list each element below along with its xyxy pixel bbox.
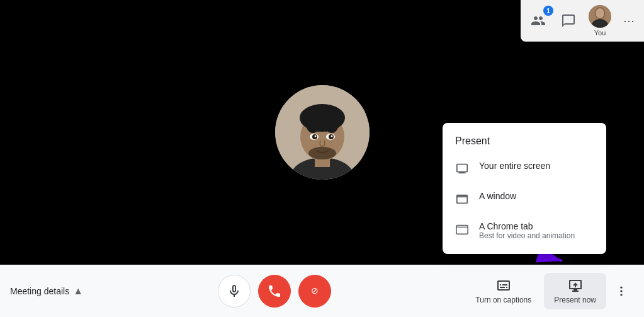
right-controls: Turn on captions Present now (465, 273, 634, 309)
svg-point-25 (620, 286, 622, 288)
end-call-button[interactable] (258, 275, 291, 308)
present-label: Present now (554, 296, 596, 304)
svg-point-27 (620, 294, 622, 296)
bottom-bar: Meeting details ▲ (0, 265, 644, 317)
meeting-details-chevron: ▲ (73, 285, 83, 297)
meeting-details-label: Meeting details (10, 286, 69, 296)
present-window-option[interactable]: A window (443, 185, 606, 215)
captions-button[interactable]: Turn on captions (465, 273, 541, 309)
svg-point-26 (620, 290, 622, 292)
captions-label: Turn on captions (475, 296, 531, 304)
svg-point-8 (305, 105, 340, 123)
entire-screen-text: Your entire screen (479, 161, 550, 171)
camera-button[interactable]: ⊘ (298, 275, 331, 308)
present-now-button[interactable]: Present now (544, 273, 606, 309)
you-label: You (594, 29, 606, 37)
microphone-button[interactable] (218, 275, 251, 308)
screen-icon (455, 162, 469, 178)
chrome-tab-label: A Chrome tab (479, 221, 575, 231)
present-popup: Present Your entire screen A window (443, 123, 606, 254)
svg-point-15 (308, 147, 336, 159)
chrome-tab-sublabel: Best for video and animation (479, 231, 575, 240)
window-icon (455, 192, 469, 209)
controls-center: ⊘ (83, 275, 465, 308)
chrome-tab-icon (455, 222, 469, 239)
you-avatar (589, 5, 611, 28)
participant-count-badge: 1 (543, 6, 553, 16)
chrome-tab-text: A Chrome tab Best for video and animatio… (479, 221, 575, 240)
you-section: You (586, 3, 614, 39)
svg-point-19 (596, 8, 604, 18)
window-label: A window (479, 191, 516, 201)
svg-point-13 (314, 135, 316, 137)
present-entire-screen-option[interactable]: Your entire screen (443, 154, 606, 185)
svg-text:⊘: ⊘ (311, 285, 319, 296)
meeting-details[interactable]: Meeting details ▲ (10, 285, 83, 297)
top-bar: 1 You ⋯ (521, 0, 644, 42)
present-popup-title: Present (443, 135, 606, 154)
svg-point-14 (330, 135, 332, 137)
svg-rect-20 (456, 197, 468, 197)
participant-avatar (275, 85, 370, 180)
entire-screen-label: Your entire screen (479, 161, 550, 171)
chat-button[interactable] (556, 8, 581, 33)
window-text: A window (479, 191, 516, 201)
present-chrome-tab-option[interactable]: A Chrome tab Best for video and animatio… (443, 215, 606, 246)
more-options-bottom-button[interactable] (609, 279, 634, 304)
more-options-button[interactable]: ⋯ (619, 11, 639, 31)
